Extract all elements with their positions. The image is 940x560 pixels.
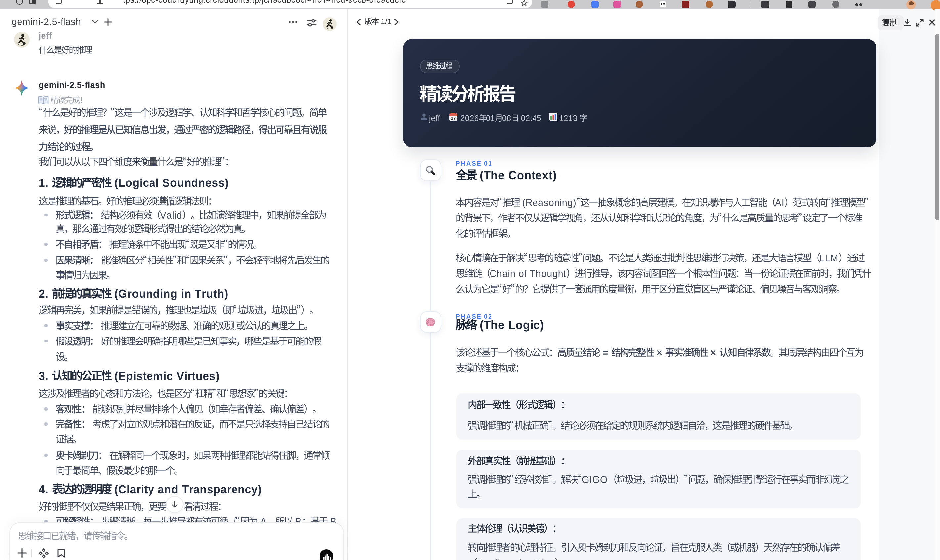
svg-text:17: 17: [451, 116, 456, 121]
